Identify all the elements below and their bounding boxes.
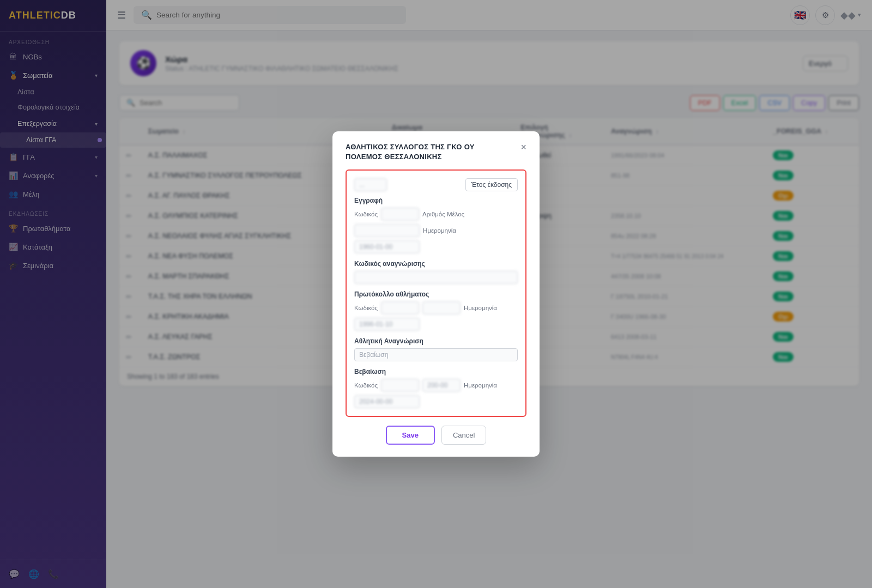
athlitiki-label: Αθλητική Αναγνώριση [354, 337, 518, 345]
athlitiki-section: Αθλητική Αναγνώριση Βεβαίωση [354, 337, 518, 361]
eggrafi-label: Εγγραφή [354, 197, 518, 204]
vevaiwsi-label: Βεβαίωση [354, 368, 518, 375]
imerominia-eggrafi-input[interactable] [354, 240, 420, 253]
top-field[interactable] [354, 178, 387, 191]
modal-overlay: ΑΘΛΗΤΙΚΟΣ ΣΥΛΛΟΓΟΣ ΤΗΣ ΓΚΟ ΟΥ ΠΟΛΕΜΟΣ ΘΕ… [0, 0, 872, 588]
arithmos-label: Αριθμός Μέλος [422, 211, 464, 217]
modal-title: ΑΘΛΗΤΙΚΟΣ ΣΥΛΛΟΓΟΣ ΤΗΣ ΓΚΟ ΟΥ ΠΟΛΕΜΟΣ ΘΕ… [346, 142, 509, 162]
kodikos-proto-input[interactable] [381, 301, 419, 314]
modal-body: Έτος έκδοσης Εγγραφή Κωδικός Αριθμός Μέλ… [346, 169, 526, 417]
kodikos-anagnorisis-input[interactable] [354, 271, 518, 284]
imerominia-label: Ημερομηνία [423, 227, 456, 234]
imerominia-proto-input[interactable] [354, 318, 420, 331]
close-button[interactable]: × [520, 142, 526, 152]
athlitiki-select[interactable]: Βεβαίωση [354, 348, 518, 361]
year-button[interactable]: Έτος έκδοσης [465, 178, 518, 191]
vevaiwsi-section: Βεβαίωση Κωδικός Ημερομηνία [354, 368, 518, 408]
protokollo-section: Πρωτόκολλο αθλήματος Κωδικός Ημερομηνία [354, 290, 518, 331]
imerominia-vev-label: Ημερομηνία [464, 382, 497, 389]
imerominia-vev-input[interactable] [354, 395, 420, 408]
modal-top-row: Έτος έκδοσης [354, 178, 518, 191]
kodikos-label: Κωδικός [354, 211, 378, 217]
kodikos-vev-label: Κωδικός [354, 382, 378, 389]
kodikos-eggrafi-input[interactable] [381, 208, 419, 221]
cancel-button[interactable]: Cancel [441, 426, 486, 445]
modal-footer: Save Cancel [346, 426, 526, 445]
eggrafi-section: Εγγραφή Κωδικός Αριθμός Μέλος Ημερομηνία [354, 197, 518, 253]
modal-header: ΑΘΛΗΤΙΚΟΣ ΣΥΛΛΟΓΟΣ ΤΗΣ ΓΚΟ ΟΥ ΠΟΛΕΜΟΣ ΘΕ… [346, 142, 526, 162]
protokollo-fields: Κωδικός Ημερομηνία [354, 301, 518, 331]
eggrafi-fields: Κωδικός Αριθμός Μέλος Ημερομηνία [354, 208, 518, 253]
kodikos-vev-input[interactable] [381, 379, 419, 392]
modal-dialog: ΑΘΛΗΤΙΚΟΣ ΣΥΛΛΟΓΟΣ ΤΗΣ ΓΚΟ ΟΥ ΠΟΛΕΜΟΣ ΘΕ… [332, 131, 540, 457]
protokollo-label: Πρωτόκολλο αθλήματος [354, 290, 518, 298]
save-button[interactable]: Save [386, 426, 435, 445]
value-vev-input[interactable] [422, 379, 461, 392]
vevaiwsi-fields: Κωδικός Ημερομηνία [354, 379, 518, 408]
imerominia-proto-label: Ημερομηνία [464, 305, 497, 311]
value-proto-input[interactable] [422, 301, 461, 314]
kodikos-proto-label: Κωδικός [354, 305, 378, 311]
arithmos-eggrafi-input[interactable] [354, 224, 420, 237]
kodikos-anagnorisis-label: Κωδικός αναγνώρισης [354, 260, 518, 268]
kodikos-anagnorisis-section: Κωδικός αναγνώρισης [354, 260, 518, 284]
